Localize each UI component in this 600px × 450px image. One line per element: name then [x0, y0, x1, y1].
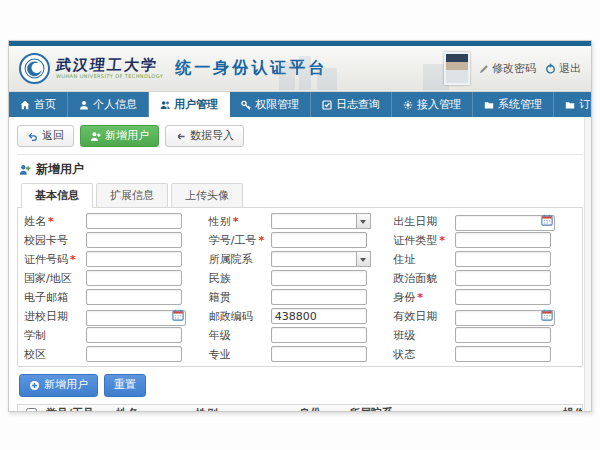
import-arrow-icon: [175, 131, 186, 142]
change-password-button[interactable]: 修改密码: [479, 61, 536, 76]
logout-button[interactable]: 退出: [545, 61, 581, 76]
header-banner: 武汉理工大学 WUHAN UNIVERSITY OF TECHNOLOGY 统一…: [9, 46, 591, 92]
entry-date-field[interactable]: [86, 310, 186, 326]
field-label: 进校日期: [24, 309, 86, 324]
logout-label: 退出: [559, 61, 581, 76]
tab-upload-avatar[interactable]: 上传头像: [171, 183, 243, 207]
calendar-icon[interactable]: [541, 309, 553, 321]
id-type-input[interactable]: [455, 232, 551, 248]
class-input[interactable]: [455, 327, 551, 343]
change-password-label: 修改密码: [492, 61, 536, 76]
dropdown-arrow-icon: [356, 213, 371, 229]
postal-code-input[interactable]: [271, 308, 367, 324]
form-actions: 新增用户 重置: [17, 367, 583, 401]
birth-date-input[interactable]: [455, 212, 555, 232]
campus-input[interactable]: [86, 346, 182, 362]
department-select[interactable]: [271, 251, 371, 267]
add-user-toolbar-button[interactable]: 新增用户: [80, 125, 159, 147]
birth-date-field[interactable]: [455, 215, 555, 231]
nav-item-subscription-management[interactable]: 订阅管理: [554, 92, 592, 117]
back-label: 返回: [42, 129, 64, 143]
user-avatar[interactable]: [444, 52, 470, 85]
form-field-identity: 身份*: [393, 289, 576, 305]
identity-input[interactable]: [455, 289, 551, 305]
required-asterisk: *: [439, 234, 445, 247]
nav-item-personal-info[interactable]: 个人信息: [68, 92, 149, 117]
status-input[interactable]: [455, 346, 551, 362]
nav-item-system-management[interactable]: 系统管理: [473, 92, 554, 117]
form-field-education-length: 学制: [24, 327, 207, 343]
user-icon: [79, 100, 89, 110]
nav-label: 日志查询: [336, 97, 380, 112]
select-all-checkbox[interactable]: [26, 408, 37, 412]
app-window: 武汉理工大学 WUHAN UNIVERSITY OF TECHNOLOGY 统一…: [8, 40, 592, 412]
reset-button[interactable]: 重置: [104, 374, 146, 396]
email-input[interactable]: [86, 289, 182, 305]
nav-label: 用户管理: [174, 97, 218, 112]
section-title: 新增用户: [36, 161, 84, 178]
ethnicity-input[interactable]: [271, 270, 367, 286]
form-field-entry-date: 进校日期: [24, 308, 207, 324]
nav-item-permission-management[interactable]: 权限管理: [230, 92, 311, 117]
form-field-campus-card: 校园卡号: [24, 232, 207, 248]
address-input[interactable]: [455, 251, 551, 267]
id-number-input[interactable]: [86, 251, 182, 267]
folder-icon: [565, 100, 575, 110]
nav-label: 首页: [34, 97, 56, 112]
add-user-icon: [90, 131, 101, 142]
tab-basic-info[interactable]: 基本信息: [21, 183, 93, 208]
student-id-input[interactable]: [271, 232, 367, 248]
column-header-actions: 操作: [561, 406, 582, 412]
form-field-major: 专业: [209, 346, 392, 362]
form-field-ethnicity: 民族: [209, 270, 392, 286]
folder-icon: [484, 100, 494, 110]
vertical-scrollbar[interactable]: [584, 117, 591, 411]
calendar-icon[interactable]: [541, 214, 553, 226]
reset-label: 重置: [114, 378, 136, 392]
education-length-input[interactable]: [86, 327, 182, 343]
section-title-row: 新增用户: [17, 155, 583, 183]
form-field-id-number: 证件号码*: [24, 251, 207, 267]
nav-item-user-management[interactable]: 用户管理: [149, 92, 230, 117]
field-label: 所属院系: [209, 252, 271, 267]
field-label: 出生日期: [393, 214, 455, 229]
form-field-postal-code: 邮政编码: [209, 308, 392, 324]
university-name-cn: 武汉理工大学: [55, 58, 164, 74]
content-area: 返回 新增用户 数据导入: [9, 117, 591, 412]
field-label: 住址: [393, 252, 455, 267]
native-place-input[interactable]: [271, 289, 367, 305]
form-field-country: 国家/地区: [24, 270, 207, 286]
submit-add-user-button[interactable]: 新增用户: [19, 374, 98, 396]
entry-date-input[interactable]: [86, 307, 186, 327]
valid-date-input[interactable]: [455, 307, 555, 327]
users-icon: [160, 100, 170, 110]
gender-select[interactable]: [271, 213, 371, 229]
field-label: 籍贯: [209, 290, 271, 305]
nav-item-access-management[interactable]: 接入管理: [392, 92, 473, 117]
valid-date-field[interactable]: [455, 310, 555, 326]
page-toolbar: 返回 新增用户 数据导入: [17, 122, 583, 155]
nav-item-log-query[interactable]: 日志查询: [311, 92, 392, 117]
form-field-birth-date: 出生日期: [393, 213, 576, 229]
user-table-header: 学号/工号 姓名 性别 身份 所属院系 操作: [18, 405, 582, 412]
political-status-input[interactable]: [455, 270, 551, 286]
campus-card-input[interactable]: [86, 232, 182, 248]
nav-item-home[interactable]: 首页: [9, 92, 68, 117]
tab-extended-info[interactable]: 扩展信息: [96, 183, 168, 207]
back-button[interactable]: 返回: [17, 125, 74, 147]
form-field-political-status: 政治面貌: [393, 270, 576, 286]
column-header-name: 姓名: [114, 406, 194, 412]
field-label: 证件类型*: [393, 233, 455, 248]
nav-label: 权限管理: [255, 97, 299, 112]
field-label: 有效日期: [393, 309, 455, 324]
major-input[interactable]: [271, 346, 367, 362]
name-input[interactable]: [86, 213, 182, 229]
grade-input[interactable]: [271, 327, 367, 343]
field-label: 邮政编码: [209, 309, 271, 324]
form-field-valid-date: 有效日期: [393, 308, 576, 324]
data-import-button[interactable]: 数据导入: [165, 125, 244, 147]
field-label: 电子邮箱: [24, 290, 86, 305]
country-input[interactable]: [86, 270, 182, 286]
calendar-icon[interactable]: [172, 309, 184, 321]
form-field-native-place: 籍贯: [209, 289, 392, 305]
